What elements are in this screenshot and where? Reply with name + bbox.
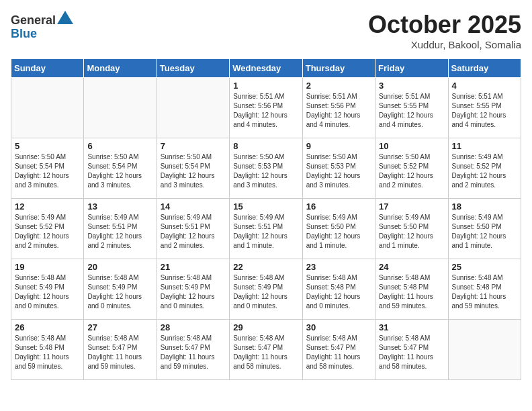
location: Xuddur, Bakool, Somalia — [368, 39, 521, 50]
calendar-week-1: 1Sunrise: 5:51 AMSunset: 5:56 PMDaylight… — [11, 78, 521, 138]
day-info: Sunrise: 5:50 AMSunset: 5:53 PMDaylight:… — [306, 152, 371, 190]
day-info: Sunrise: 5:49 AMSunset: 5:50 PMDaylight:… — [306, 213, 371, 250]
logo: General Blue — [11, 11, 73, 41]
calendar-day: 23Sunrise: 5:48 AMSunset: 5:48 PMDayligh… — [302, 259, 375, 320]
calendar-day: 13Sunrise: 5:49 AMSunset: 5:51 PMDayligh… — [84, 199, 157, 259]
calendar-day: 25Sunrise: 5:48 AMSunset: 5:48 PMDayligh… — [448, 259, 521, 320]
day-info: Sunrise: 5:49 AMSunset: 5:51 PMDaylight:… — [233, 213, 298, 250]
day-number: 14 — [161, 201, 226, 212]
calendar-header-saturday: Saturday — [448, 59, 521, 78]
calendar-day: 28Sunrise: 5:48 AMSunset: 5:47 PMDayligh… — [157, 320, 229, 380]
calendar-day: 12Sunrise: 5:49 AMSunset: 5:52 PMDayligh… — [11, 199, 84, 259]
day-number: 2 — [306, 81, 371, 91]
day-number: 4 — [452, 81, 517, 91]
day-info: Sunrise: 5:49 AMSunset: 5:52 PMDaylight:… — [15, 213, 80, 250]
day-number: 8 — [233, 141, 298, 151]
day-info: Sunrise: 5:49 AMSunset: 5:50 PMDaylight:… — [379, 213, 444, 250]
day-number: 13 — [87, 201, 152, 212]
calendar-day — [157, 78, 229, 138]
calendar-day: 22Sunrise: 5:48 AMSunset: 5:49 PMDayligh… — [230, 259, 302, 320]
calendar-week-4: 19Sunrise: 5:48 AMSunset: 5:49 PMDayligh… — [11, 259, 521, 320]
calendar-day: 18Sunrise: 5:49 AMSunset: 5:50 PMDayligh… — [448, 199, 521, 259]
day-info: Sunrise: 5:48 AMSunset: 5:47 PMDaylight:… — [161, 334, 226, 371]
day-number: 3 — [379, 81, 444, 91]
calendar-week-5: 26Sunrise: 5:48 AMSunset: 5:48 PMDayligh… — [11, 320, 521, 380]
day-number: 9 — [306, 141, 371, 151]
calendar-day: 11Sunrise: 5:49 AMSunset: 5:52 PMDayligh… — [448, 138, 521, 199]
calendar-day — [84, 78, 157, 138]
calendar-day: 27Sunrise: 5:48 AMSunset: 5:47 PMDayligh… — [84, 320, 157, 380]
calendar-header-thursday: Thursday — [302, 59, 375, 78]
day-number: 11 — [452, 141, 517, 151]
day-number: 5 — [15, 141, 80, 151]
day-info: Sunrise: 5:49 AMSunset: 5:51 PMDaylight:… — [161, 213, 226, 250]
calendar-day: 24Sunrise: 5:48 AMSunset: 5:48 PMDayligh… — [375, 259, 448, 320]
day-number: 24 — [379, 262, 444, 272]
calendar-day: 17Sunrise: 5:49 AMSunset: 5:50 PMDayligh… — [375, 199, 448, 259]
calendar-header-tuesday: Tuesday — [157, 59, 229, 78]
calendar-day: 8Sunrise: 5:50 AMSunset: 5:53 PMDaylight… — [230, 138, 302, 199]
calendar-day: 2Sunrise: 5:51 AMSunset: 5:56 PMDaylight… — [302, 78, 375, 138]
title-block: October 2025 Xuddur, Bakool, Somalia — [368, 11, 521, 50]
calendar-week-3: 12Sunrise: 5:49 AMSunset: 5:52 PMDayligh… — [11, 199, 521, 259]
day-number: 23 — [306, 262, 371, 272]
calendar-header-wednesday: Wednesday — [230, 59, 302, 78]
month-title: October 2025 — [368, 11, 521, 39]
calendar-day: 6Sunrise: 5:50 AMSunset: 5:54 PMDaylight… — [84, 138, 157, 199]
calendar-day: 9Sunrise: 5:50 AMSunset: 5:53 PMDaylight… — [302, 138, 375, 199]
calendar-day: 15Sunrise: 5:49 AMSunset: 5:51 PMDayligh… — [230, 199, 302, 259]
day-info: Sunrise: 5:50 AMSunset: 5:54 PMDaylight:… — [161, 152, 226, 190]
logo-general-text: General — [11, 13, 56, 27]
day-number: 22 — [233, 262, 298, 272]
day-number: 1 — [233, 81, 298, 91]
calendar-header-sunday: Sunday — [11, 59, 84, 78]
calendar-header-row: SundayMondayTuesdayWednesdayThursdayFrid… — [11, 59, 521, 78]
calendar-day: 14Sunrise: 5:49 AMSunset: 5:51 PMDayligh… — [157, 199, 229, 259]
calendar-table: SundayMondayTuesdayWednesdayThursdayFrid… — [11, 58, 521, 380]
calendar-day: 16Sunrise: 5:49 AMSunset: 5:50 PMDayligh… — [302, 199, 375, 259]
day-info: Sunrise: 5:51 AMSunset: 5:55 PMDaylight:… — [452, 92, 517, 130]
day-number: 21 — [161, 262, 226, 272]
logo-icon — [57, 11, 73, 24]
day-number: 17 — [379, 201, 444, 212]
day-info: Sunrise: 5:49 AMSunset: 5:51 PMDaylight:… — [87, 213, 152, 250]
calendar-day: 29Sunrise: 5:48 AMSunset: 5:47 PMDayligh… — [230, 320, 302, 380]
day-number: 27 — [87, 322, 152, 332]
calendar-day: 10Sunrise: 5:50 AMSunset: 5:52 PMDayligh… — [375, 138, 448, 199]
day-info: Sunrise: 5:48 AMSunset: 5:48 PMDaylight:… — [452, 273, 517, 311]
day-number: 29 — [233, 322, 298, 332]
calendar-day — [11, 78, 84, 138]
day-info: Sunrise: 5:50 AMSunset: 5:52 PMDaylight:… — [379, 152, 444, 190]
day-info: Sunrise: 5:48 AMSunset: 5:48 PMDaylight:… — [15, 334, 80, 371]
day-number: 20 — [87, 262, 152, 272]
calendar-day: 1Sunrise: 5:51 AMSunset: 5:56 PMDaylight… — [230, 78, 302, 138]
calendar-body: 1Sunrise: 5:51 AMSunset: 5:56 PMDaylight… — [11, 78, 521, 380]
calendar-day: 21Sunrise: 5:48 AMSunset: 5:49 PMDayligh… — [157, 259, 229, 320]
page-header: General Blue October 2025 Xuddur, Bakool… — [11, 11, 521, 50]
calendar-day: 4Sunrise: 5:51 AMSunset: 5:55 PMDaylight… — [448, 78, 521, 138]
day-number: 19 — [15, 262, 80, 272]
day-info: Sunrise: 5:51 AMSunset: 5:56 PMDaylight:… — [233, 92, 298, 130]
calendar-header-friday: Friday — [375, 59, 448, 78]
svg-marker-0 — [57, 11, 73, 24]
day-info: Sunrise: 5:49 AMSunset: 5:50 PMDaylight:… — [452, 213, 517, 250]
day-number: 12 — [15, 201, 80, 212]
day-info: Sunrise: 5:50 AMSunset: 5:54 PMDaylight:… — [87, 152, 152, 190]
day-info: Sunrise: 5:50 AMSunset: 5:53 PMDaylight:… — [233, 152, 298, 190]
day-info: Sunrise: 5:51 AMSunset: 5:55 PMDaylight:… — [379, 92, 444, 130]
day-info: Sunrise: 5:51 AMSunset: 5:56 PMDaylight:… — [306, 92, 371, 130]
day-info: Sunrise: 5:48 AMSunset: 5:49 PMDaylight:… — [161, 273, 226, 311]
day-info: Sunrise: 5:48 AMSunset: 5:48 PMDaylight:… — [379, 273, 444, 311]
day-number: 16 — [306, 201, 371, 212]
calendar-header-monday: Monday — [84, 59, 157, 78]
calendar-day: 20Sunrise: 5:48 AMSunset: 5:49 PMDayligh… — [84, 259, 157, 320]
calendar-week-2: 5Sunrise: 5:50 AMSunset: 5:54 PMDaylight… — [11, 138, 521, 199]
calendar-day: 30Sunrise: 5:48 AMSunset: 5:47 PMDayligh… — [302, 320, 375, 380]
day-number: 26 — [15, 322, 80, 332]
calendar-day: 19Sunrise: 5:48 AMSunset: 5:49 PMDayligh… — [11, 259, 84, 320]
day-info: Sunrise: 5:49 AMSunset: 5:52 PMDaylight:… — [452, 152, 517, 190]
day-number: 7 — [161, 141, 226, 151]
day-number: 10 — [379, 141, 444, 151]
day-number: 25 — [452, 262, 517, 272]
day-info: Sunrise: 5:48 AMSunset: 5:49 PMDaylight:… — [15, 273, 80, 311]
